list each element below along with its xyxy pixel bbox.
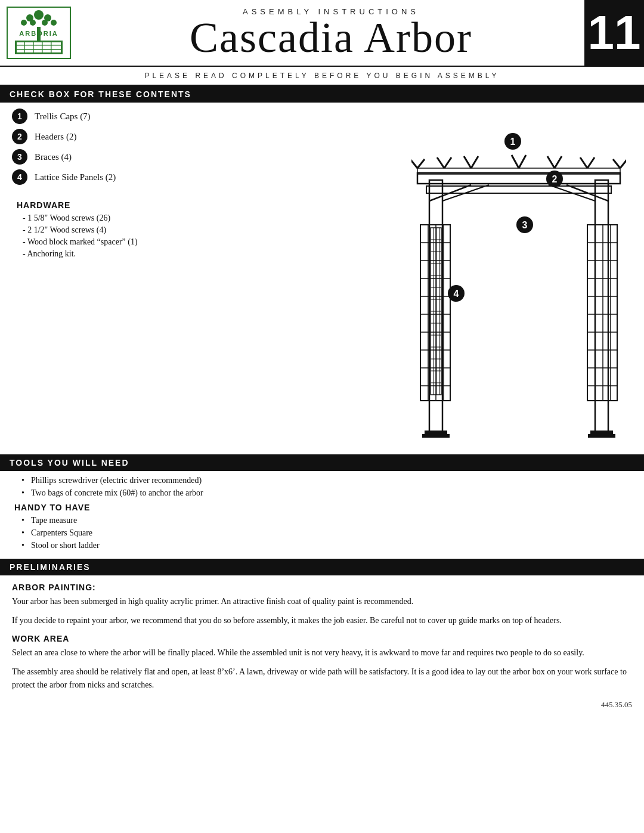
item-2-label: Headers (2) <box>35 132 76 142</box>
svg-rect-25 <box>588 434 615 438</box>
arbor-painting-title: ARBOR PAINTING: <box>12 583 632 592</box>
arbor-painting-para-2: If you decide to repaint your arbor, we … <box>12 614 632 627</box>
svg-rect-15 <box>42 41 43 54</box>
badge-1: 1 <box>12 109 27 124</box>
svg-line-36 <box>547 156 555 168</box>
item-3-label: Braces (4) <box>35 152 72 162</box>
svg-line-35 <box>519 155 526 168</box>
badge-4: 4 <box>12 169 27 185</box>
svg-rect-21 <box>595 180 608 436</box>
handy-title: HANDY TO HAVE <box>12 503 632 512</box>
work-area-para-2: The assembly area should be relatively f… <box>12 665 632 691</box>
svg-point-4 <box>21 20 27 26</box>
svg-line-34 <box>512 155 519 168</box>
logo-area: ARBORIA <box>0 0 78 66</box>
hardware-item: 1 5/8" Wood screws (26) <box>23 213 394 223</box>
svg-line-39 <box>587 157 595 168</box>
tools-list: Phillips screwdriver (electric driver re… <box>12 476 632 498</box>
svg-rect-9 <box>15 41 63 42</box>
arbor-painting-para-1: Your arbor has been submerged in high qu… <box>12 595 632 608</box>
svg-line-32 <box>464 156 471 168</box>
main-content: 1 Trellis Caps (7) 2 Headers (2) 3 Brace… <box>0 103 644 454</box>
svg-line-40 <box>613 159 620 168</box>
svg-text:ARBORIA: ARBORIA <box>19 30 58 37</box>
list-item: 1 Trellis Caps (7) <box>12 109 394 124</box>
preliminaries-wrapper: PRELIMINARIES ARBOR PAINTING: Your arbor… <box>0 559 644 691</box>
work-area-para-1: Select an area close to where the arbor … <box>12 646 632 659</box>
svg-rect-24 <box>422 434 450 438</box>
contents-list: 1 Trellis Caps (7) 2 Headers (2) 3 Brace… <box>12 103 394 196</box>
svg-line-38 <box>580 157 587 168</box>
page-number: 445.35.05 <box>0 697 644 716</box>
svg-text:1: 1 <box>510 137 516 147</box>
hardware-section: HARDWARE 1 5/8" Wood screws (26) 2 1/2" … <box>12 196 394 266</box>
handy-item: Stool or short ladder <box>21 541 632 550</box>
hardware-list: 1 5/8" Wood screws (26) 2 1/2" Wood scre… <box>17 213 394 259</box>
hardware-item: 2 1/2" Wood screws (4) <box>23 225 394 235</box>
main-title: Cascadia Arbor <box>190 16 472 59</box>
svg-point-1 <box>34 10 44 20</box>
svg-line-30 <box>437 157 444 168</box>
svg-rect-11 <box>61 41 63 54</box>
page-header: ARBORIA ASSEMBLY INSTRUCTIONS Cascadia A… <box>0 0 644 67</box>
arboria-logo: ARBORIA <box>6 6 72 60</box>
item-4-label: Lattice Side Panels (2) <box>35 172 116 182</box>
preliminaries-section: ARBOR PAINTING: Your arbor has been subm… <box>0 583 644 691</box>
tool-item: Two bags of concrete mix (60#) to anchor… <box>21 488 632 498</box>
hardware-title: HARDWARE <box>17 200 394 210</box>
list-item: 3 Braces (4) <box>12 149 394 165</box>
list-item: 4 Lattice Side Panels (2) <box>12 169 394 185</box>
title-area: ASSEMBLY INSTRUCTIONS Cascadia Arbor <box>78 0 584 66</box>
svg-line-41 <box>620 159 626 168</box>
svg-line-37 <box>555 156 562 168</box>
illustration-container: 1 2 3 4 <box>411 109 626 454</box>
svg-point-7 <box>42 20 48 26</box>
svg-line-28 <box>411 159 417 168</box>
subtitle-bar: PLEASE READ COMPLETELY BEFORE YOU BEGIN … <box>0 67 644 86</box>
tools-section: Phillips screwdriver (electric driver re… <box>0 471 644 550</box>
svg-line-31 <box>444 157 451 168</box>
svg-line-29 <box>417 159 425 168</box>
svg-rect-17 <box>15 45 63 46</box>
svg-text:4: 4 <box>454 289 459 299</box>
svg-point-6 <box>30 20 36 26</box>
svg-rect-12 <box>15 52 63 54</box>
svg-rect-77 <box>587 225 617 401</box>
svg-point-5 <box>51 20 57 26</box>
arbor-illustration: 1 2 3 4 <box>411 109 626 454</box>
tool-item: Phillips screwdriver (electric driver re… <box>21 476 632 485</box>
svg-line-33 <box>471 156 478 168</box>
tools-section-header: TOOLS YOU WILL NEED <box>0 454 644 471</box>
right-column: 1 2 3 4 <box>405 103 632 454</box>
svg-rect-13 <box>24 41 25 54</box>
svg-text:3: 3 <box>522 220 528 230</box>
svg-rect-64 <box>420 225 450 401</box>
contents-section-header: CHECK BOX FOR THESE CONTENTS <box>0 86 644 103</box>
hardware-item: Anchoring kit. <box>23 249 394 259</box>
number-badge: 11 <box>584 0 644 66</box>
handy-list: Tape measure Carpenters Square Stool or … <box>12 516 632 550</box>
left-column: 1 Trellis Caps (7) 2 Headers (2) 3 Brace… <box>12 103 405 454</box>
hardware-item: Wood block marked “spacer” (1) <box>23 237 394 247</box>
badge-3: 3 <box>12 149 27 165</box>
svg-rect-14 <box>33 41 34 54</box>
svg-text:2: 2 <box>552 174 558 184</box>
svg-rect-10 <box>15 41 17 54</box>
handy-item: Carpenters Square <box>21 528 632 538</box>
preliminaries-header: PRELIMINARIES <box>0 559 644 575</box>
svg-rect-16 <box>51 41 52 54</box>
badge-2: 2 <box>12 129 27 144</box>
svg-rect-18 <box>15 49 63 50</box>
list-item: 2 Headers (2) <box>12 129 394 144</box>
item-1-label: Trellis Caps (7) <box>35 112 91 122</box>
work-area-title: WORK AREA <box>12 634 632 643</box>
handy-item: Tape measure <box>21 516 632 525</box>
